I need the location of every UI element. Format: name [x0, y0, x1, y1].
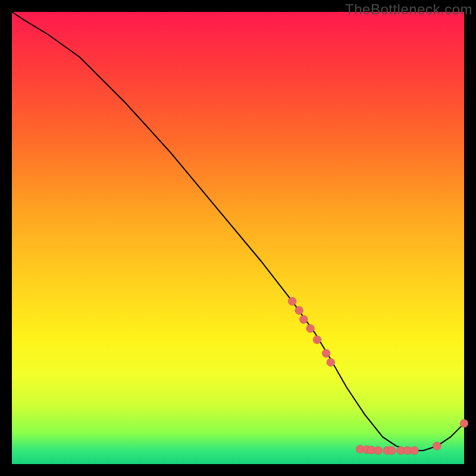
data-marker [411, 446, 419, 455]
plot-area [12, 12, 464, 464]
data-marker [295, 306, 303, 315]
data-marker [374, 446, 383, 455]
data-marker [327, 358, 335, 367]
data-marker [322, 349, 330, 358]
data-marker [306, 324, 315, 333]
watermark-text: TheBottleneck.com [345, 1, 472, 18]
data-marker [388, 446, 396, 455]
curve-layer [12, 12, 464, 464]
data-marker [433, 442, 441, 450]
data-marker [288, 298, 296, 306]
data-marker [299, 315, 308, 324]
chart-frame: TheBottleneck.com [0, 0, 476, 476]
data-marker [460, 419, 468, 428]
bottleneck-curve [12, 12, 464, 450]
data-marker [313, 336, 321, 344]
